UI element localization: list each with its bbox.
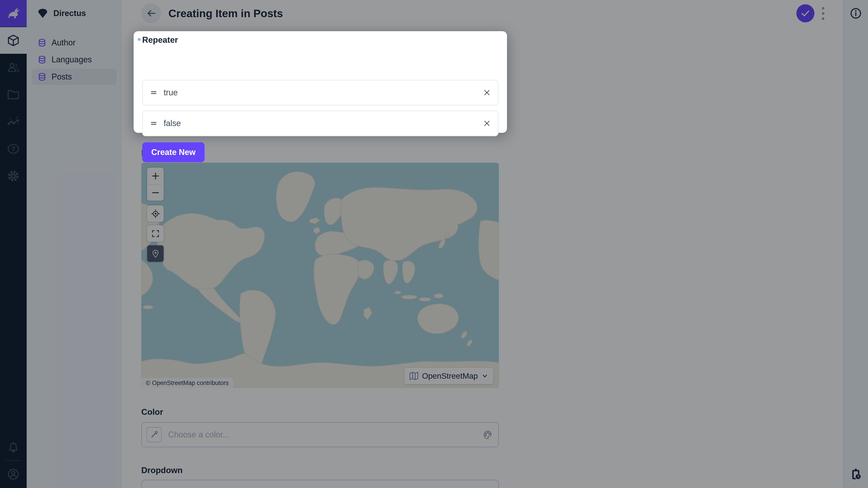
create-new-button[interactable]: Create New xyxy=(142,142,205,162)
repeater-row-input[interactable] xyxy=(163,88,482,98)
close-icon xyxy=(483,120,491,127)
drag-handle-icon[interactable] xyxy=(149,119,158,128)
drag-handle-icon[interactable] xyxy=(149,88,158,97)
field-edited-dot xyxy=(138,38,141,41)
remove-row-button[interactable] xyxy=(482,87,492,98)
close-icon xyxy=(483,89,491,96)
repeater-field-label: Repeater xyxy=(142,35,178,45)
repeater-row-input[interactable] xyxy=(163,119,482,128)
remove-row-button[interactable] xyxy=(482,118,492,129)
repeater-row xyxy=(142,110,498,136)
repeater-panel: Repeater Create New xyxy=(133,31,507,133)
repeater-row xyxy=(142,80,498,105)
